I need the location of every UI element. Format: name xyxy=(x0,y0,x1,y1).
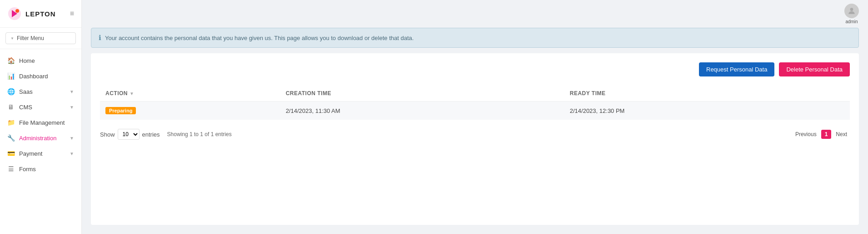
sidebar-item-payment-label: Payment xyxy=(19,150,42,157)
app-name: LEPTON xyxy=(25,10,56,18)
data-table: ACTION ▼ CREATION TIME READY TIME xyxy=(100,86,850,120)
sidebar-item-home-label: Home xyxy=(19,57,35,64)
filter-menu-wrap: Filter Menu xyxy=(0,28,81,49)
sort-icon: ▼ xyxy=(130,91,134,96)
table-row: Preparing 2/14/2023, 11:30 AM 2/14/2023,… xyxy=(100,102,850,120)
sidebar-item-dashboard[interactable]: 📊 Dashboard xyxy=(0,68,81,84)
chevron-down-icon: ▼ xyxy=(70,89,74,94)
button-row: Request Personal Data Delete Personal Da… xyxy=(100,62,850,76)
cell-ready-time: 2/14/2023, 12:30 PM xyxy=(564,102,850,120)
sidebar-item-forms[interactable]: ☰ Forms xyxy=(0,161,81,177)
svg-point-3 xyxy=(850,8,853,11)
table-head: ACTION ▼ CREATION TIME READY TIME xyxy=(100,86,850,102)
column-ready-time: READY TIME xyxy=(564,86,850,102)
previous-page-button[interactable]: Previous xyxy=(793,129,819,139)
sidebar-item-file-management[interactable]: 📁 File Management xyxy=(0,115,81,130)
chevron-down-icon: ▼ xyxy=(70,151,74,156)
status-badge: Preparing xyxy=(105,107,136,114)
user-icon xyxy=(847,6,856,15)
delete-personal-data-button[interactable]: Delete Personal Data xyxy=(779,62,850,76)
forms-icon: ☰ xyxy=(7,165,15,173)
entries-info: Showing 1 to 1 of 1 entries xyxy=(167,131,232,137)
sidebar-item-saas-label: Saas xyxy=(19,88,33,95)
avatar-circle xyxy=(844,4,859,18)
sidebar-item-dashboard-label: Dashboard xyxy=(19,73,48,80)
saas-icon: 🌐 xyxy=(7,88,15,95)
sidebar-item-file-management-label: File Management xyxy=(19,119,65,126)
info-icon: ℹ xyxy=(99,34,101,42)
info-banner: ℹ Your account contains the personal dat… xyxy=(91,28,859,48)
main-area: admin ℹ Your account contains the person… xyxy=(82,0,868,234)
table-body: Preparing 2/14/2023, 11:30 AM 2/14/2023,… xyxy=(100,102,850,120)
sidebar: LEPTON ≡ Filter Menu 🏠 Home 📊 Dashboard … xyxy=(0,0,82,234)
folder-icon: 📁 xyxy=(7,119,15,126)
sidebar-item-administration[interactable]: 🔧 Administration ▼ xyxy=(0,130,81,146)
show-label: Show xyxy=(100,131,115,138)
wrench-icon: 🔧 xyxy=(7,134,15,142)
home-icon: 🏠 xyxy=(7,57,15,64)
admin-avatar[interactable]: admin xyxy=(844,4,859,24)
cms-icon: 🖥 xyxy=(7,103,15,111)
dashboard-icon: 📊 xyxy=(7,72,15,80)
sidebar-toggle-icon[interactable]: ≡ xyxy=(70,10,74,18)
content-area: ℹ Your account contains the personal dat… xyxy=(82,28,868,234)
sidebar-nav: 🏠 Home 📊 Dashboard 🌐 Saas ▼ 🖥 CMS ▼ 📁 Fi… xyxy=(0,49,81,234)
column-action: ACTION ▼ xyxy=(100,86,280,102)
svg-point-2 xyxy=(15,9,19,13)
filter-menu-button[interactable]: Filter Menu xyxy=(5,32,76,44)
topbar: admin xyxy=(82,0,868,28)
admin-label: admin xyxy=(845,19,858,24)
next-page-button[interactable]: Next xyxy=(833,129,850,139)
sidebar-item-cms[interactable]: 🖥 CMS ▼ xyxy=(0,99,81,115)
sidebar-item-payment[interactable]: 💳 Payment ▼ xyxy=(0,146,81,161)
cell-creation-time: 2/14/2023, 11:30 AM xyxy=(280,102,564,120)
info-banner-text: Your account contains the personal data … xyxy=(105,35,414,41)
logo-icon xyxy=(7,6,22,21)
main-card: Request Personal Data Delete Personal Da… xyxy=(91,53,859,225)
current-page-number[interactable]: 1 xyxy=(821,130,832,139)
table-header-row: ACTION ▼ CREATION TIME READY TIME xyxy=(100,86,850,102)
payment-icon: 💳 xyxy=(7,150,15,157)
sidebar-item-forms-label: Forms xyxy=(19,166,36,173)
sidebar-item-saas[interactable]: 🌐 Saas ▼ xyxy=(0,84,81,99)
sidebar-item-administration-label: Administration xyxy=(19,135,56,142)
entries-label: entries xyxy=(142,131,160,138)
sidebar-item-home[interactable]: 🏠 Home xyxy=(0,53,81,68)
entries-per-page-select[interactable]: 10 25 50 xyxy=(118,129,140,140)
pagination-row: Show 10 25 50 entries Showing 1 to 1 of … xyxy=(100,129,850,140)
pagination-controls: Previous 1 Next xyxy=(793,129,850,139)
column-creation-time: CREATION TIME xyxy=(280,86,564,102)
request-personal-data-button[interactable]: Request Personal Data xyxy=(699,62,774,76)
sidebar-header: LEPTON ≡ xyxy=(0,0,81,28)
entries-left: Show 10 25 50 entries Showing 1 to 1 of … xyxy=(100,129,232,140)
chevron-down-icon: ▼ xyxy=(70,105,74,110)
chevron-down-icon: ▼ xyxy=(70,136,74,141)
sidebar-item-cms-label: CMS xyxy=(19,104,32,111)
cell-action: Preparing xyxy=(100,102,280,120)
